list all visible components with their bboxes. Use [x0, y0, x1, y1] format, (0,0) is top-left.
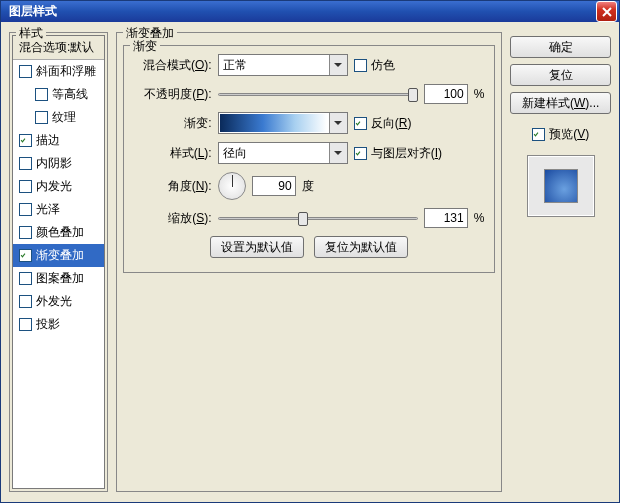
checkbox-icon[interactable]: [19, 249, 32, 262]
scale-label: 缩放(S):: [134, 210, 212, 227]
angle-label: 角度(N):: [134, 178, 212, 195]
cancel-button[interactable]: 复位: [510, 64, 611, 86]
preview-label: 预览(V): [549, 126, 589, 143]
style-item[interactable]: 内阴影: [13, 152, 104, 175]
layer-style-dialog: 图层样式 样式 混合选项:默认 斜面和浮雕等高线纹理描边内阴影内发光光泽颜色叠加…: [0, 0, 620, 503]
gradient-label: 渐变:: [134, 115, 212, 132]
style-value: 径向: [223, 145, 247, 162]
dither-label: 仿色: [371, 57, 395, 74]
opacity-input[interactable]: [424, 84, 468, 104]
style-item[interactable]: 图案叠加: [13, 267, 104, 290]
ok-button[interactable]: 确定: [510, 36, 611, 58]
scale-unit: %: [474, 211, 485, 225]
style-item[interactable]: 光泽: [13, 198, 104, 221]
styles-column: 样式 混合选项:默认 斜面和浮雕等高线纹理描边内阴影内发光光泽颜色叠加渐变叠加图…: [9, 32, 108, 492]
checkbox-icon[interactable]: [19, 295, 32, 308]
style-item-label: 纹理: [52, 109, 76, 126]
style-item-label: 等高线: [52, 86, 88, 103]
style-item-label: 颜色叠加: [36, 224, 84, 241]
gradient-picker[interactable]: [218, 112, 348, 134]
styles-list[interactable]: 混合选项:默认 斜面和浮雕等高线纹理描边内阴影内发光光泽颜色叠加渐变叠加图案叠加…: [12, 35, 105, 489]
titlebar[interactable]: 图层样式: [1, 1, 619, 22]
checkbox-icon[interactable]: [35, 111, 48, 124]
dither-checkbox[interactable]: 仿色: [354, 57, 395, 74]
close-icon: [602, 7, 612, 17]
style-item-label: 投影: [36, 316, 60, 333]
style-item[interactable]: 外发光: [13, 290, 104, 313]
style-item[interactable]: 斜面和浮雕: [13, 60, 104, 83]
dialog-body: 样式 混合选项:默认 斜面和浮雕等高线纹理描边内阴影内发光光泽颜色叠加渐变叠加图…: [1, 22, 619, 502]
style-item[interactable]: 投影: [13, 313, 104, 336]
scale-slider[interactable]: [218, 209, 418, 227]
opacity-label: 不透明度(P):: [134, 86, 212, 103]
style-item-label: 外发光: [36, 293, 72, 310]
gradient-preview-icon: [220, 114, 327, 132]
checkbox-icon[interactable]: [19, 157, 32, 170]
chevron-down-icon: [329, 113, 347, 133]
style-label: 样式(L):: [134, 145, 212, 162]
style-select[interactable]: 径向: [218, 142, 348, 164]
close-button[interactable]: [596, 1, 617, 22]
checkbox-icon[interactable]: [35, 88, 48, 101]
style-item-label: 描边: [36, 132, 60, 149]
chevron-down-icon: [329, 143, 347, 163]
new-style-button[interactable]: 新建样式(W)...: [510, 92, 611, 114]
preview-swatch: [544, 169, 578, 203]
checkbox-icon: [354, 147, 367, 160]
style-item[interactable]: 颜色叠加: [13, 221, 104, 244]
window-title: 图层样式: [9, 3, 596, 20]
style-item-label: 图案叠加: [36, 270, 84, 287]
style-item[interactable]: 纹理: [13, 106, 104, 129]
checkbox-icon: [354, 117, 367, 130]
checkbox-icon[interactable]: [19, 203, 32, 216]
checkbox-icon[interactable]: [19, 318, 32, 331]
actions-column: 确定 复位 新建样式(W)... 预览(V): [510, 32, 611, 492]
checkbox-icon[interactable]: [19, 134, 32, 147]
style-item[interactable]: 等高线: [13, 83, 104, 106]
preview-checkbox[interactable]: 预览(V): [510, 126, 611, 143]
scale-input[interactable]: [424, 208, 468, 228]
preview-swatch-frame: [527, 155, 595, 217]
gradient-subgroup-title: 渐变: [130, 38, 160, 55]
gradient-subgroup: 渐变 混合模式(O): 正常 仿色: [123, 45, 496, 273]
style-item-label: 内发光: [36, 178, 72, 195]
style-item[interactable]: 描边: [13, 129, 104, 152]
checkbox-icon: [354, 59, 367, 72]
angle-dial[interactable]: [218, 172, 246, 200]
angle-unit: 度: [302, 178, 314, 195]
reverse-label: 反向(R): [371, 115, 412, 132]
style-item-label: 光泽: [36, 201, 60, 218]
opacity-slider[interactable]: [218, 85, 418, 103]
style-item-label: 内阴影: [36, 155, 72, 172]
options-column: 渐变叠加 渐变 混合模式(O): 正常: [116, 32, 503, 492]
styles-group-title: 样式: [16, 25, 46, 42]
checkbox-icon: [532, 128, 545, 141]
checkbox-icon[interactable]: [19, 65, 32, 78]
style-item-label: 渐变叠加: [36, 247, 84, 264]
checkbox-icon[interactable]: [19, 272, 32, 285]
reset-default-button[interactable]: 复位为默认值: [314, 236, 408, 258]
align-layer-label: 与图层对齐(I): [371, 145, 442, 162]
styles-groupbox: 样式 混合选项:默认 斜面和浮雕等高线纹理描边内阴影内发光光泽颜色叠加渐变叠加图…: [9, 32, 108, 492]
style-item[interactable]: 内发光: [13, 175, 104, 198]
align-layer-checkbox[interactable]: 与图层对齐(I): [354, 145, 442, 162]
angle-input[interactable]: [252, 176, 296, 196]
set-default-button[interactable]: 设置为默认值: [210, 236, 304, 258]
blend-mode-value: 正常: [223, 57, 247, 74]
checkbox-icon[interactable]: [19, 226, 32, 239]
blend-mode-select[interactable]: 正常: [218, 54, 348, 76]
opacity-unit: %: [474, 87, 485, 101]
style-item-label: 斜面和浮雕: [36, 63, 96, 80]
checkbox-icon[interactable]: [19, 180, 32, 193]
style-item[interactable]: 渐变叠加: [13, 244, 104, 267]
reverse-checkbox[interactable]: 反向(R): [354, 115, 412, 132]
chevron-down-icon: [329, 55, 347, 75]
gradient-overlay-groupbox: 渐变叠加 渐变 混合模式(O): 正常: [116, 32, 503, 492]
blend-mode-label: 混合模式(O):: [134, 57, 212, 74]
